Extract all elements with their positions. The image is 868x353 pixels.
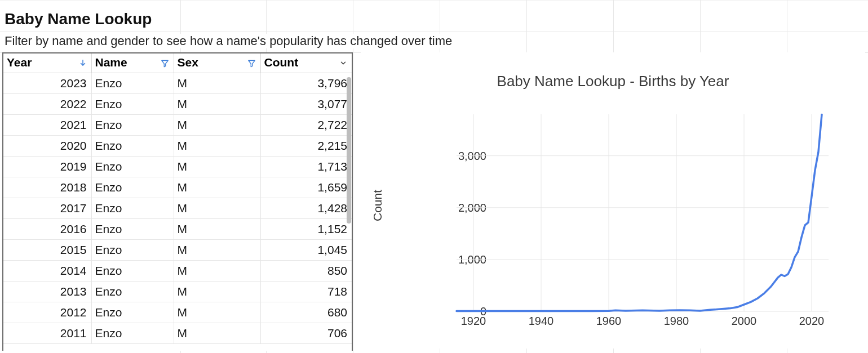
cell-count: 3,796: [260, 73, 352, 94]
table-row[interactable]: 2021EnzoM2,722: [3, 115, 352, 136]
filter-icon[interactable]: [160, 58, 170, 68]
cell-sex: M: [174, 115, 260, 136]
cell-year: 2020: [3, 136, 91, 157]
cell-count: 1,428: [260, 198, 352, 219]
table-row[interactable]: 2013EnzoM718: [3, 281, 352, 302]
plot-area: [457, 114, 829, 311]
data-table: Year Name Sex: [2, 52, 353, 351]
cell-name: Enzo: [91, 157, 174, 177]
cell-name: Enzo: [91, 261, 174, 281]
cell-sex: M: [174, 73, 260, 94]
cell-year: 2019: [3, 157, 91, 177]
cell-sex: M: [174, 323, 260, 344]
x-tick-label: 1980: [657, 315, 696, 328]
cell-count: 1,152: [260, 219, 352, 240]
cell-name: Enzo: [91, 219, 174, 240]
cell-year: 2011: [3, 323, 91, 344]
table-row[interactable]: 2011EnzoM706: [3, 323, 352, 344]
cell-year: 2021: [3, 115, 91, 136]
cell-name: Enzo: [91, 136, 174, 157]
col-header-label: Year: [7, 56, 32, 69]
x-tick-label: 2020: [792, 315, 831, 328]
table-row[interactable]: 2022EnzoM3,077: [3, 94, 352, 115]
cell-year: 2022: [3, 94, 91, 115]
cell-sex: M: [174, 177, 260, 198]
cell-count: 3,077: [260, 94, 352, 115]
scrollbar-thumb[interactable]: [347, 77, 351, 224]
cell-sex: M: [174, 219, 260, 240]
cell-count: 706: [260, 323, 352, 344]
cell-year: 2016: [3, 219, 91, 240]
cell-count: 850: [260, 261, 352, 281]
col-header-name[interactable]: Name: [91, 53, 174, 73]
cell-sex: M: [174, 261, 260, 281]
svg-marker-1: [162, 60, 168, 66]
page-subtitle: Filter by name and gender to see how a n…: [5, 34, 455, 48]
cell-count: 2,722: [260, 115, 352, 136]
cell-sex: M: [174, 302, 260, 323]
cell-year: 2015: [3, 240, 91, 261]
cell-count: 1,045: [260, 240, 352, 261]
cell-year: 2023: [3, 73, 91, 94]
cell-name: Enzo: [91, 302, 174, 323]
cell-name: Enzo: [91, 115, 174, 136]
scrollbar[interactable]: [346, 74, 351, 351]
col-header-label: Sex: [178, 56, 198, 69]
chevron-down-icon[interactable]: [338, 58, 348, 68]
table-row[interactable]: 2014EnzoM850: [3, 261, 352, 281]
cell-count: 1,659: [260, 177, 352, 198]
cell-name: Enzo: [91, 177, 174, 198]
svg-marker-2: [249, 60, 255, 66]
cell-name: Enzo: [91, 198, 174, 219]
x-tick-label: 1940: [521, 315, 561, 328]
cell-sex: M: [174, 157, 260, 177]
table-row[interactable]: 2012EnzoM680: [3, 302, 352, 323]
cell-sex: M: [174, 240, 260, 261]
chart: Baby Name Lookup - Births by Year Count …: [361, 52, 865, 348]
x-tick-label: 2000: [724, 315, 764, 328]
x-tick-label: 1920: [454, 315, 493, 328]
cell-year: 2014: [3, 261, 91, 281]
table-row[interactable]: 2019EnzoM1,713: [3, 157, 352, 177]
x-tick-label: 1960: [589, 315, 628, 328]
col-header-label: Name: [95, 56, 127, 69]
page-title: Baby Name Lookup: [5, 10, 155, 28]
chart-ylabel: Count: [371, 190, 384, 221]
table-row[interactable]: 2018EnzoM1,659: [3, 177, 352, 198]
cell-count: 2,215: [260, 136, 352, 157]
table-row[interactable]: 2015EnzoM1,045: [3, 240, 352, 261]
cell-count: 1,713: [260, 157, 352, 177]
col-header-label: Count: [264, 56, 299, 69]
cell-year: 2013: [3, 281, 91, 302]
cell-year: 2012: [3, 302, 91, 323]
sort-desc-icon[interactable]: [78, 58, 88, 68]
filter-icon[interactable]: [247, 58, 257, 68]
table-row[interactable]: 2017EnzoM1,428: [3, 198, 352, 219]
cell-year: 2018: [3, 177, 91, 198]
cell-sex: M: [174, 281, 260, 302]
cell-name: Enzo: [91, 73, 174, 94]
col-header-count[interactable]: Count: [260, 53, 352, 73]
cell-count: 680: [260, 302, 352, 323]
cell-name: Enzo: [91, 240, 174, 261]
col-header-year[interactable]: Year: [3, 53, 91, 73]
table-row[interactable]: 2016EnzoM1,152: [3, 219, 352, 240]
cell-name: Enzo: [91, 323, 174, 344]
cell-name: Enzo: [91, 94, 174, 115]
table-row[interactable]: 2023EnzoM3,796: [3, 73, 352, 94]
cell-year: 2017: [3, 198, 91, 219]
cell-sex: M: [174, 136, 260, 157]
table-row[interactable]: 2020EnzoM2,215: [3, 136, 352, 157]
cell-name: Enzo: [91, 281, 174, 302]
chart-title: Baby Name Lookup - Births by Year: [361, 52, 865, 96]
cell-sex: M: [174, 198, 260, 219]
cell-count: 718: [260, 281, 352, 302]
col-header-sex[interactable]: Sex: [174, 53, 260, 73]
cell-sex: M: [174, 94, 260, 115]
